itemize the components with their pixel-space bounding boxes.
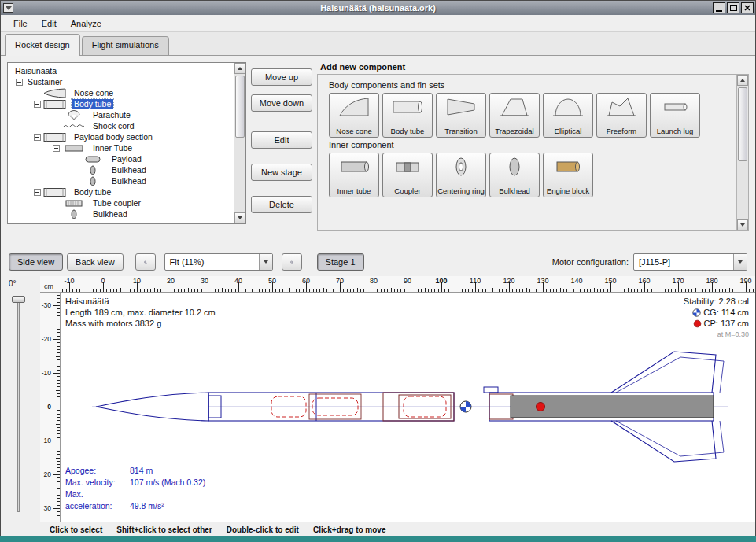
hint-click-drag: Click+drag to move <box>313 525 386 534</box>
transition-component-button[interactable]: Transition <box>436 93 486 138</box>
freeform-fin-icon <box>605 96 638 118</box>
maximize-button[interactable] <box>727 2 739 13</box>
slider-track[interactable] <box>17 299 20 512</box>
minimize-icon <box>716 10 722 12</box>
stability-info: Stability: 2.28 cal CG: 114 cm CP: 137 c… <box>684 296 749 340</box>
zoom-out-button[interactable] <box>282 253 302 271</box>
stage-1-toggle-button[interactable]: Stage 1 <box>317 253 364 271</box>
shockcord-icon <box>62 121 87 131</box>
tree-item-body-tube-2[interactable]: Body tube <box>8 186 234 197</box>
trapezoidal-fin-icon <box>498 96 531 118</box>
tree-item-sustainer[interactable]: Sustainer <box>8 76 234 87</box>
coupler-component-button[interactable]: Coupler <box>382 153 433 197</box>
zoom-select[interactable]: Fit (11%) <box>164 253 273 271</box>
menu-edit[interactable]: Edit <box>35 17 63 31</box>
menu-file[interactable]: File <box>7 17 34 31</box>
magnifier-plus-icon <box>144 256 147 268</box>
bulkhead-component-button[interactable]: Bulkhead <box>489 153 540 197</box>
tree-item-bulkhead-2[interactable]: Bulkhead <box>8 208 234 219</box>
minimize-button[interactable] <box>713 2 725 13</box>
design-section: Haisunäätä Sustainer Nose cone Body tube <box>1 56 755 238</box>
move-down-button[interactable]: Move down <box>251 94 312 112</box>
cp-symbol-icon <box>537 403 545 411</box>
scroll-up-button[interactable] <box>737 75 748 86</box>
motor-configuration-select[interactable]: [J115-P] <box>633 253 747 271</box>
add-component-title: Add new component <box>320 62 749 72</box>
tree-item-parachute[interactable]: Parachute <box>8 109 234 120</box>
centering-ring-component-button[interactable]: Centering ring <box>436 153 486 197</box>
add-component-panel: Add new component Body components and fi… <box>317 62 749 231</box>
tree-item-nose-cone[interactable]: Nose cone <box>8 87 234 98</box>
menu-analyze[interactable]: Analyze <box>65 17 108 31</box>
window-title: Haisunäätä (haisunaata.ork) <box>1 3 755 13</box>
scroll-up-button[interactable] <box>234 63 245 74</box>
side-view-button[interactable]: Side view <box>9 253 63 271</box>
slider-handle[interactable] <box>12 296 25 303</box>
back-view-button[interactable]: Back view <box>67 253 124 271</box>
scroll-down-button[interactable] <box>234 212 245 223</box>
collapse-icon[interactable] <box>34 101 41 108</box>
collapse-icon[interactable] <box>53 145 60 152</box>
new-stage-button[interactable]: New stage <box>251 164 312 181</box>
transition-icon <box>444 96 478 118</box>
hint-click-select: Click to select <box>50 525 102 534</box>
rotation-value: 0° <box>1 276 40 293</box>
elliptical-fin-icon <box>551 96 585 118</box>
trapezoidal-fin-component-button[interactable]: Trapezoidal <box>489 93 540 138</box>
tree-item-payload-body-section[interactable]: Payload body section <box>8 131 234 142</box>
tree-scrollbar[interactable] <box>234 63 245 223</box>
inner-tube-component-button[interactable]: Inner tube <box>329 153 379 197</box>
nosecone-icon <box>43 88 68 98</box>
nose-cone-component-button[interactable]: Nose cone <box>329 93 379 138</box>
apogee-value: 814 m <box>130 466 153 475</box>
collapse-icon[interactable] <box>16 79 23 86</box>
launch-lug-component-button[interactable]: Launch lug <box>650 93 700 138</box>
tree-item-rocket[interactable]: Haisunäätä <box>8 65 234 76</box>
rotation-slider[interactable] <box>1 293 40 522</box>
tree-item-inner-tube[interactable]: Inner Tube <box>8 142 234 153</box>
tree-item-bulkhead[interactable]: Bulkhead <box>8 175 234 186</box>
freeform-fin-component-button[interactable]: Freeform <box>596 93 647 138</box>
engine-block-icon <box>551 156 585 178</box>
body-tube-component-button[interactable]: Body tube <box>382 93 433 138</box>
cg-icon <box>692 308 701 317</box>
tab-rocket-design[interactable]: Rocket design <box>5 34 80 56</box>
component-tree-panel: Haisunäätä Sustainer Nose cone Body tube <box>7 62 246 224</box>
engine-block-component-button[interactable]: Engine block <box>543 153 593 197</box>
collapse-icon[interactable] <box>34 189 41 196</box>
edit-button[interactable]: Edit <box>251 131 312 149</box>
rocket-canvas[interactable]: Haisunäätä Length 189 cm, max. diameter … <box>61 293 755 522</box>
component-panel-scrollbar[interactable] <box>736 75 748 230</box>
payload-icon <box>81 154 106 164</box>
zoom-in-button[interactable] <box>135 253 156 271</box>
delete-button[interactable]: Delete <box>251 196 312 213</box>
arrow-down-icon <box>740 223 745 227</box>
tree-action-buttons: Move up Move down Edit New stage Delete <box>251 68 312 213</box>
tree-item-bulkhead[interactable]: Bulkhead <box>8 164 234 175</box>
scrollbar-thumb[interactable] <box>738 87 747 161</box>
tree-item-shock-cord[interactable]: Shock cord <box>8 120 234 131</box>
stability-value: Stability: 2.28 cal <box>684 296 749 307</box>
horizontal-ruler: -100102030405060708090100110120130140150… <box>61 276 755 293</box>
elliptical-fin-component-button[interactable]: Elliptical <box>543 93 593 138</box>
scroll-down-button[interactable] <box>737 219 748 230</box>
component-tree[interactable]: Haisunäätä Sustainer Nose cone Body tube <box>8 63 234 223</box>
tree-item-tube-coupler[interactable]: Tube coupler <box>8 197 234 208</box>
tree-item-body-tube[interactable]: Body tube <box>8 98 234 109</box>
collapse-icon[interactable] <box>34 134 41 141</box>
window-icon[interactable] <box>3 3 13 13</box>
rocket-length: Length 189 cm, max. diameter 10.2 cm <box>65 307 216 318</box>
mach-note: at M=0.30 <box>684 329 749 340</box>
tab-flight-simulations[interactable]: Flight simulations <box>82 36 169 55</box>
max-velocity-label: Max. velocity: <box>65 477 130 489</box>
close-button[interactable] <box>741 2 754 13</box>
scrollbar-thumb[interactable] <box>235 76 245 138</box>
view-toolbar: Side view Back view Fit (11%) Stage 1 Mo… <box>1 248 755 276</box>
menu-bar: File Edit Analyze <box>1 15 755 32</box>
title-bar[interactable]: Haisunäätä (haisunaata.ork) <box>1 1 755 15</box>
bulkhead-icon <box>81 176 106 186</box>
tree-item-payload[interactable]: Payload <box>8 153 234 164</box>
arrow-up-icon <box>238 67 242 70</box>
ruler-unit: cm <box>40 276 61 293</box>
move-up-button[interactable]: Move up <box>251 68 312 86</box>
